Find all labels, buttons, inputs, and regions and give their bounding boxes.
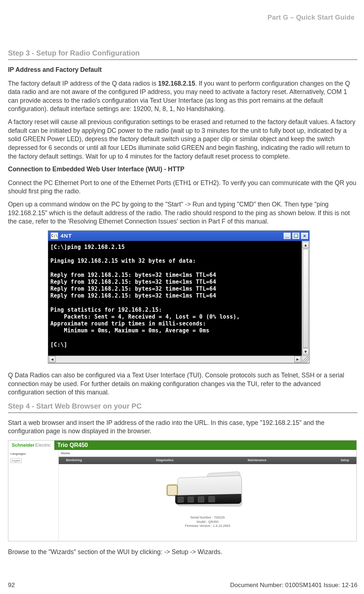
divider xyxy=(8,60,357,60)
device-serial: Serial Number : 700225 xyxy=(185,516,230,520)
divider xyxy=(8,413,357,413)
scroll-up-arrow-icon[interactable]: ▲ xyxy=(302,242,309,248)
step3-heading: Step 3 - Setup for Radio Configuration xyxy=(8,48,357,58)
menu-item-monitoring[interactable]: Monitoring xyxy=(66,458,82,462)
terminal-titlebar: C:\ 4NT _ × xyxy=(48,231,309,241)
default-ip-address: 192.168.2.15 xyxy=(158,80,195,87)
document-header: Part G – Quick Start Guide xyxy=(8,13,355,22)
window-minimize-button[interactable]: _ xyxy=(283,232,291,239)
brand-text-2: Electric xyxy=(35,442,51,448)
terminal-app-icon: C:\ xyxy=(50,232,58,239)
step4-paragraph-1: Start a web browser and insert the IP ad… xyxy=(8,419,357,436)
scroll-right-arrow-icon[interactable]: ► xyxy=(294,356,301,362)
window-resize-grip[interactable] xyxy=(302,356,309,363)
brand-text-1: Schneider xyxy=(12,442,34,448)
step3-paragraph-2: A factory reset will cause all previous … xyxy=(8,118,357,161)
window-maximize-button[interactable] xyxy=(292,232,300,239)
device-illustration xyxy=(164,468,251,512)
scroll-left-arrow-icon[interactable]: ◄ xyxy=(49,356,55,362)
step3-subheading-wui: Connection to Embedded Web User Interfac… xyxy=(8,165,357,174)
step4-heading: Step 4 - Start Web Browser on your PC xyxy=(8,401,357,411)
terminal-title: 4NT xyxy=(61,232,283,239)
window-close-button[interactable]: × xyxy=(301,232,309,239)
page-footer: 92 Document Number: 0100SM1401 Issue: 12… xyxy=(8,581,357,590)
step3-paragraph-1: The factory default IP address of the Q … xyxy=(8,79,357,114)
menu-item-setup[interactable]: Setup xyxy=(340,458,349,462)
step3-paragraph-5: Q Data Radios can also be configured via… xyxy=(8,371,357,397)
step3-paragraph-3: Connect the PC Ethernet Port to one of t… xyxy=(8,179,357,196)
language-selector[interactable]: English xyxy=(11,458,22,463)
vertical-scrollbar[interactable]: ▲ ▼ xyxy=(302,241,309,356)
menu-item-maintenance[interactable]: Maintenance xyxy=(248,458,266,462)
step3-paragraph-4: Open up a command window on the PC by go… xyxy=(8,200,357,226)
sidebar-languages-label: Languages xyxy=(11,452,56,456)
text: The factory default IP address of the Q … xyxy=(8,80,158,87)
horizontal-scrollbar[interactable]: ◄ ► xyxy=(48,356,302,363)
step3-subheading-ip: IP Address and Factory Default xyxy=(8,66,357,74)
device-fw: Firmware Version : 1.6.10.2963 xyxy=(185,524,230,528)
menu-item-diagnostics[interactable]: Diagnostics xyxy=(156,458,174,462)
device-model: Model : QR450 xyxy=(185,520,230,524)
scroll-down-arrow-icon[interactable]: ▼ xyxy=(302,348,309,355)
page-title-bar: Trio QR450 xyxy=(54,441,356,450)
terminal-window: C:\ 4NT _ × [C:\]ping 192.168.2.15 Pingi… xyxy=(48,230,310,363)
sidebar: Languages English xyxy=(8,450,59,541)
page-number: 92 xyxy=(8,581,15,590)
scroll-thumb[interactable] xyxy=(303,249,309,348)
step4-paragraph-2: Browse to the "Wizards" section of the W… xyxy=(8,548,357,557)
breadcrumb-home[interactable]: Home xyxy=(59,450,356,457)
document-number: Document Number: 0100SM1401 Issue: 12-16 xyxy=(230,581,357,590)
browser-screenshot: Schneider Electric Trio QR450 Languages … xyxy=(8,440,357,541)
menu-bar: Monitoring Diagnostics Maintenance Setup xyxy=(59,457,356,464)
vendor-logo: Schneider Electric xyxy=(8,441,54,450)
device-info-text: Serial Number : 700225 Model : QR450 Fir… xyxy=(185,516,230,528)
terminal-output: [C:\]ping 192.168.2.15 Pinging 192.168.2… xyxy=(48,241,302,356)
